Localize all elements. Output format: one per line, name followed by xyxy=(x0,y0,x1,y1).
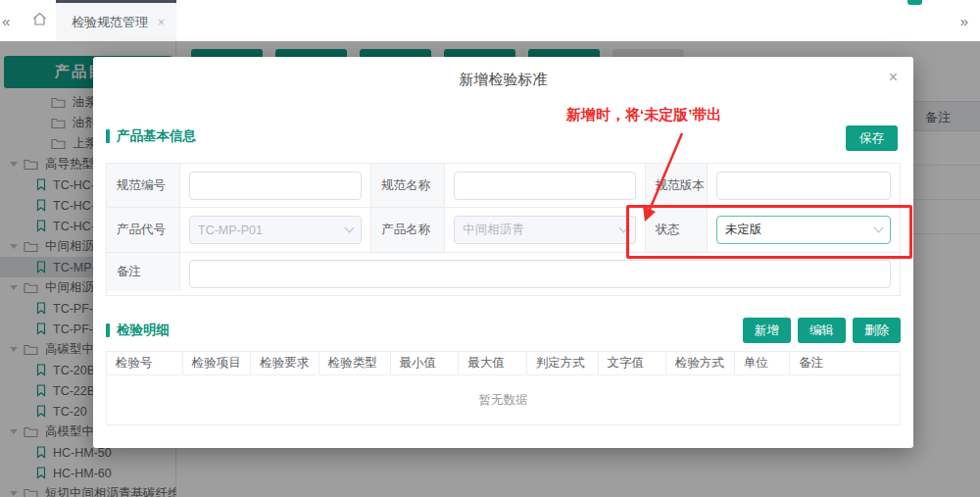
add-button[interactable]: 新增 xyxy=(743,318,791,343)
detail-col-header-备注: 备注 xyxy=(790,352,900,374)
dialog-close-icon[interactable]: × xyxy=(889,70,898,85)
detail-button-group: 新增编辑删除 xyxy=(743,318,901,343)
spec-version-input[interactable] xyxy=(716,172,891,200)
product-name-value: 中间相沥青 xyxy=(463,222,524,238)
section-title-text: 检验明细 xyxy=(117,322,170,339)
section-inspection-detail: 检验明细 xyxy=(106,322,170,339)
status-field-cell: 未定版 xyxy=(708,208,900,252)
section-accent-bar xyxy=(106,129,110,143)
detail-table-header-row: 检验号检验项目检验要求检验类型最小值最大值判定方式文字值检验方式单位备注 xyxy=(107,352,900,375)
section-title-text: 产品基本信息 xyxy=(117,127,196,145)
clipped-teal-icon xyxy=(907,0,922,5)
spec-code-label: 规范编号 xyxy=(107,164,180,207)
product-name-label: 产品名称 xyxy=(371,208,445,252)
tab-close-icon[interactable]: × xyxy=(158,16,165,29)
product-code-value: TC-MP-P01 xyxy=(198,224,263,237)
annotation-text: 新增时，将‘未定版’带出 xyxy=(566,106,721,124)
annotation-arrow xyxy=(623,127,702,233)
product-name-field-cell: 中间相沥青 xyxy=(445,208,645,252)
edit-button[interactable]: 编辑 xyxy=(798,318,846,343)
basic-info-form: 规范编号规范名称规范版本产品代号TC-MP-P01产品名称中间相沥青状态未定版备… xyxy=(106,163,901,296)
product-name-select: 中间相沥青 xyxy=(454,216,635,244)
detail-col-header-检验项目: 检验项目 xyxy=(183,352,252,374)
save-button[interactable]: 保存 xyxy=(846,125,898,151)
detail-col-header-检验方式: 检验方式 xyxy=(666,352,735,374)
tab-label: 检验规范管理 xyxy=(72,14,148,31)
remark-field-cell xyxy=(180,253,900,295)
product-code-field-cell: TC-MP-P01 xyxy=(180,208,371,252)
product-code-label: 产品代号 xyxy=(107,208,180,252)
detail-col-header-检验号: 检验号 xyxy=(107,352,183,374)
detail-col-header-检验类型: 检验类型 xyxy=(319,352,391,374)
detail-col-header-检验要求: 检验要求 xyxy=(251,352,319,374)
remark-input[interactable] xyxy=(189,260,891,288)
remark-label: 备注 xyxy=(107,253,180,291)
expand-tabs-icon[interactable]: » xyxy=(960,13,968,29)
spec-version-field-cell xyxy=(708,164,900,207)
detail-col-header-最小值: 最小值 xyxy=(391,352,460,374)
spec-name-input[interactable] xyxy=(454,172,635,200)
delete-button[interactable]: 删除 xyxy=(853,318,901,343)
chevron-down-icon xyxy=(874,224,884,233)
spec-code-input[interactable] xyxy=(189,172,362,200)
section-accent-bar xyxy=(106,323,110,337)
dialog-title: 新增检验标准 xyxy=(93,57,913,100)
tab-inspection-spec-management[interactable]: 检验规范管理 × xyxy=(56,0,176,41)
chevron-down-icon xyxy=(345,224,355,233)
status-value: 未定版 xyxy=(725,222,762,238)
detail-col-header-文字值: 文字值 xyxy=(599,352,667,374)
status-select[interactable]: 未定版 xyxy=(716,216,891,244)
detail-col-header-单位: 单位 xyxy=(735,352,791,374)
product-code-select: TC-MP-P01 xyxy=(189,216,362,244)
spec-code-field-cell xyxy=(180,164,371,207)
collapse-tabs-icon[interactable]: « xyxy=(2,13,10,29)
tab-bar: « 检验规范管理 × » xyxy=(0,0,980,41)
add-inspection-standard-dialog: 新增检验标准 × 产品基本信息 保存 规范编号规范名称规范版本产品代号TC-MP… xyxy=(93,57,913,448)
detail-col-header-判定方式: 判定方式 xyxy=(527,352,599,374)
home-icon[interactable] xyxy=(32,12,47,26)
spec-name-label: 规范名称 xyxy=(371,164,445,207)
spec-name-field-cell xyxy=(445,164,645,207)
screen: « 检验规范管理 × » 产品目录 油浆原料油剂原料上浆剂原料高导热型中间相沥青… xyxy=(0,0,980,497)
detail-col-header-最大值: 最大值 xyxy=(459,352,527,374)
inspection-detail-table: 检验号检验项目检验要求检验类型最小值最大值判定方式文字值检验方式单位备注 暂无数… xyxy=(106,351,901,425)
table-empty-state: 暂无数据 xyxy=(107,375,900,424)
section-product-basic-info: 产品基本信息 xyxy=(106,127,196,145)
